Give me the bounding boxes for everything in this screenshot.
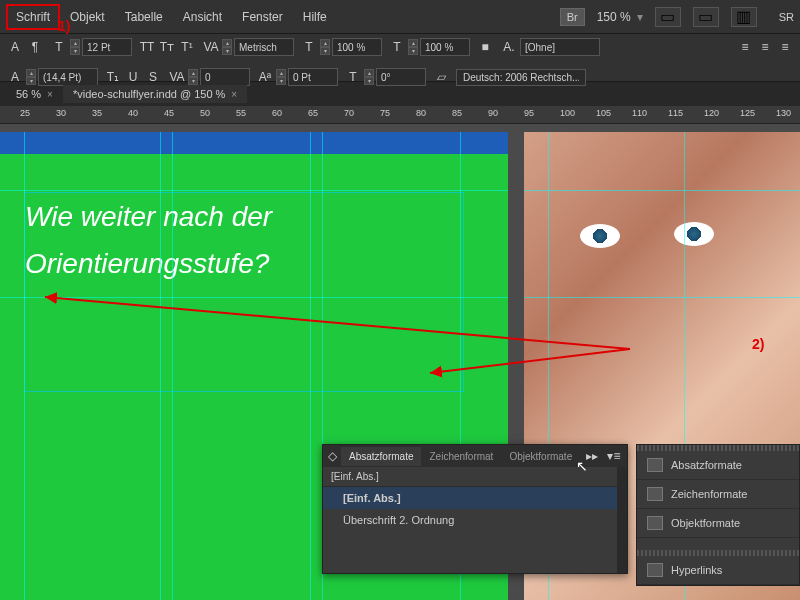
- horizontal-ruler[interactable]: 25 30 35 40 45 50 55 60 65 70 75 80 85 9…: [0, 106, 800, 124]
- font-size-stepper[interactable]: ▴▾: [70, 39, 80, 55]
- doc-tab-2-label: *video-schulflyer.indd @ 150 %: [73, 88, 225, 100]
- menu-ansicht[interactable]: Ansicht: [173, 4, 232, 30]
- guide[interactable]: [172, 132, 173, 600]
- language-dropdown[interactable]: [456, 69, 586, 86]
- arrange-icon[interactable]: ▥: [731, 7, 757, 27]
- side-label: Hyperlinks: [671, 564, 722, 576]
- guide[interactable]: [0, 190, 508, 191]
- scale-h-stepper[interactable]: ▴▾: [408, 39, 418, 55]
- baseline-input[interactable]: [288, 68, 338, 86]
- panel-tab-objektformate[interactable]: Objektformate: [501, 447, 580, 466]
- ruler-tick: 125: [740, 108, 755, 118]
- leading-icon: A: [6, 68, 24, 86]
- doc-tab-1[interactable]: 56 % ×: [6, 85, 63, 103]
- skew-input[interactable]: [376, 68, 426, 86]
- object-styles-icon: [647, 516, 663, 530]
- skew-icon: T: [344, 68, 362, 86]
- ruler-tick: 50: [200, 108, 210, 118]
- guide[interactable]: [524, 297, 800, 298]
- allcaps-icon[interactable]: TT: [138, 38, 156, 56]
- superscript-icon[interactable]: T¹: [178, 38, 196, 56]
- close-icon[interactable]: ×: [47, 89, 53, 100]
- char-panel-icon[interactable]: A: [6, 38, 24, 56]
- underline-icon[interactable]: U: [124, 68, 142, 86]
- ruler-tick: 100: [560, 108, 575, 118]
- headline-line2[interactable]: Orientierungsstufe?: [25, 240, 463, 287]
- panel-tabs: ◇ Absatzformate Zeichenformat Objektform…: [323, 445, 627, 467]
- align-right-icon[interactable]: ≡: [776, 38, 794, 56]
- leading-input[interactable]: [38, 68, 98, 86]
- scale-h-input[interactable]: [420, 38, 470, 56]
- doc-tab-2[interactable]: *video-schulflyer.indd @ 150 % ×: [63, 85, 247, 103]
- ruler-tick: 55: [236, 108, 246, 118]
- screen-mode-icon[interactable]: ▭: [693, 7, 719, 27]
- ruler-tick: 35: [92, 108, 102, 118]
- paragraph-styles-panel[interactable]: ◇ Absatzformate Zeichenformat Objektform…: [322, 444, 628, 574]
- ruler-tick: 40: [128, 108, 138, 118]
- guide[interactable]: [524, 190, 800, 191]
- kerning-stepper[interactable]: ▴▾: [222, 39, 232, 55]
- scale-v-input[interactable]: [332, 38, 382, 56]
- panel-tab-zeichenformat[interactable]: Zeichenformat: [421, 447, 501, 466]
- strike-icon[interactable]: S: [144, 68, 162, 86]
- guide[interactable]: [160, 132, 161, 600]
- font-size-input[interactable]: [82, 38, 132, 56]
- menu-tabelle[interactable]: Tabelle: [115, 4, 173, 30]
- style-item-basic[interactable]: [Einf. Abs.]: [323, 487, 627, 509]
- menu-hilfe[interactable]: Hilfe: [293, 4, 337, 30]
- ruler-tick: 95: [524, 108, 534, 118]
- panel-scrollbar[interactable]: [617, 467, 627, 573]
- guide[interactable]: [0, 297, 508, 298]
- tracking-input[interactable]: [200, 68, 250, 86]
- menu-schrift[interactable]: Schrift: [6, 4, 60, 30]
- baseline-stepper[interactable]: ▴▾: [276, 69, 286, 85]
- ruler-tick: 120: [704, 108, 719, 118]
- annotation-2: 2): [752, 336, 764, 352]
- side-zeichenformate[interactable]: Zeichenformate: [637, 480, 799, 509]
- menubar: Schrift Objekt Tabelle Ansicht Fenster H…: [0, 0, 800, 34]
- leading-stepper[interactable]: ▴▾: [26, 69, 36, 85]
- para-panel-icon[interactable]: ¶: [26, 38, 44, 56]
- doc-tab-1-label: 56 %: [16, 88, 41, 100]
- subscript-icon[interactable]: T₁: [104, 68, 122, 86]
- view-mode-icon[interactable]: ▭: [655, 7, 681, 27]
- side-absatzformate[interactable]: Absatzformate: [637, 451, 799, 480]
- workspace-label[interactable]: SR: [779, 11, 794, 23]
- kerning-input[interactable]: [234, 38, 294, 56]
- close-icon[interactable]: ×: [231, 89, 237, 100]
- skew-stepper[interactable]: ▴▾: [364, 69, 374, 85]
- kerning-icon: VA: [202, 38, 220, 56]
- zoom-level-dropdown[interactable]: 150 %: [597, 10, 643, 24]
- side-label: Objektformate: [671, 517, 740, 529]
- ruler-tick: 45: [164, 108, 174, 118]
- guide[interactable]: [24, 132, 25, 600]
- style-item-heading2[interactable]: Überschrift 2. Ordnung: [323, 509, 627, 531]
- blue-bar: [0, 132, 508, 154]
- ruler-tick: 115: [668, 108, 683, 118]
- char-style-dropdown[interactable]: [520, 38, 600, 56]
- fill-icon[interactable]: ■: [476, 38, 494, 56]
- align-center-icon[interactable]: ≡: [756, 38, 774, 56]
- ruler-tick: 65: [308, 108, 318, 118]
- ruler-tick: 75: [380, 108, 390, 118]
- side-hyperlinks[interactable]: Hyperlinks: [637, 556, 799, 585]
- side-objektformate[interactable]: Objektformate: [637, 509, 799, 538]
- align-left-icon[interactable]: ≡: [736, 38, 754, 56]
- document-canvas[interactable]: Wie weiter nach der Orientierungsstufe? …: [0, 124, 800, 600]
- stroke-icon[interactable]: ▱: [432, 68, 450, 86]
- text-frame[interactable]: Wie weiter nach der Orientierungsstufe?: [24, 192, 464, 392]
- smallcaps-icon[interactable]: Tᴛ: [158, 38, 176, 56]
- menu-fenster[interactable]: Fenster: [232, 4, 293, 30]
- panel-tab-absatzformate[interactable]: Absatzformate: [341, 447, 421, 466]
- ruler-tick: 85: [452, 108, 462, 118]
- headline-line1[interactable]: Wie weiter nach der: [25, 193, 463, 240]
- paragraph-styles-icon: [647, 458, 663, 472]
- hyperlinks-icon: [647, 563, 663, 577]
- expand-icon[interactable]: ▸▸: [583, 447, 601, 465]
- tracking-stepper[interactable]: ▴▾: [188, 69, 198, 85]
- guide[interactable]: [310, 132, 311, 600]
- panel-menu-icon[interactable]: ▾≡: [605, 447, 623, 465]
- panel-toggle-icon[interactable]: ◇: [323, 447, 341, 465]
- bridge-icon[interactable]: Br: [560, 8, 585, 26]
- scale-v-stepper[interactable]: ▴▾: [320, 39, 330, 55]
